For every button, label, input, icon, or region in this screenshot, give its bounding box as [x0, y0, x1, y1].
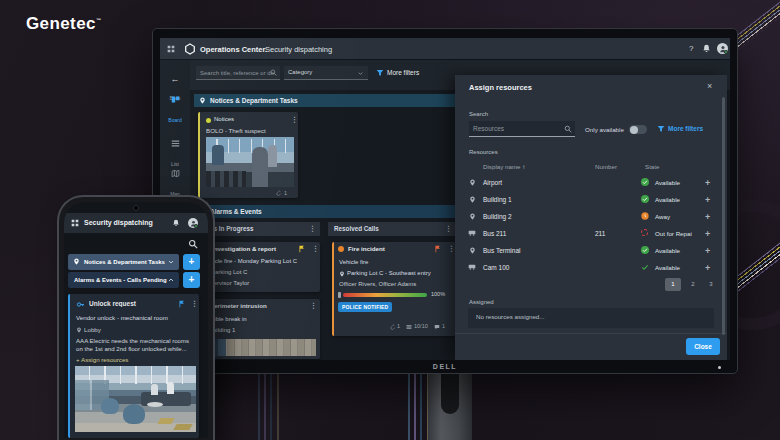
close-x-icon[interactable]: ×	[707, 81, 712, 91]
category-dropdown[interactable]: Category	[284, 66, 368, 80]
phone-app-title: Security dispatching	[84, 219, 153, 226]
card-location: Parking Lot C	[211, 269, 311, 275]
card-title: Unlock request	[89, 300, 179, 307]
app-switcher-icon[interactable]	[167, 45, 175, 53]
app-switcher-icon[interactable]	[71, 219, 79, 227]
help-button[interactable]: ?	[689, 44, 693, 53]
add-resource-button[interactable]: +	[705, 179, 710, 188]
resource-row-airport[interactable]: Airport Available +	[455, 175, 721, 192]
resource-row-building1[interactable]: Building 1 Available +	[455, 192, 721, 209]
column-collapse-button[interactable]: ⋮	[309, 225, 316, 232]
resource-row-cam100[interactable]: Cam 100 Available +	[455, 260, 721, 277]
notifications-bell-icon[interactable]	[172, 219, 180, 227]
dialog-scrollbar[interactable]	[722, 97, 725, 335]
attachment-count: 1	[284, 190, 287, 196]
paperclip-icon	[276, 190, 282, 196]
column-label: Display name	[483, 163, 521, 170]
more-filters-button[interactable]: More filters	[387, 69, 419, 76]
phone-alarms-section-bar[interactable]: Alarms & Events - Calls Pending	[68, 272, 179, 288]
phone-notices-section-bar[interactable]: Notices & Department Tasks	[68, 254, 179, 270]
priority-flag-icon[interactable]	[298, 245, 306, 253]
progress-handle[interactable]	[338, 292, 341, 298]
column-title: Resolved Calls	[334, 225, 379, 232]
chevron-down-icon	[357, 70, 364, 77]
card-menu-button[interactable]: ⋮	[291, 116, 298, 123]
checklist-count: 10/10	[414, 323, 428, 329]
only-available-label: Only available	[585, 126, 624, 133]
page-button-3[interactable]: 3	[703, 278, 719, 291]
column-state[interactable]: State	[645, 163, 659, 170]
comment-icon	[434, 324, 440, 330]
column-number[interactable]: Number	[595, 163, 617, 170]
resource-row-bus211[interactable]: Bus 211 211 Out for Repai +	[455, 226, 721, 243]
list-icon	[171, 139, 180, 148]
card-subject: Vehicle fire	[339, 259, 449, 265]
search-input[interactable]	[196, 66, 280, 80]
resource-row-bus-terminal[interactable]: Bus Terminal Available +	[455, 243, 721, 260]
card-description: AAA Electric needs the mechanical rooms …	[76, 337, 197, 352]
state-repair-icon	[641, 229, 648, 236]
user-avatar[interactable]	[188, 218, 198, 228]
notifications-bell-icon[interactable]	[702, 44, 711, 53]
card-title: Investigation & report	[212, 245, 296, 252]
dialog-more-filters-button[interactable]: More filters	[668, 125, 703, 132]
sidebar-item-board[interactable]: Board	[160, 90, 190, 126]
add-resource-button[interactable]: +	[705, 213, 710, 222]
priority-flag-icon[interactable]	[434, 245, 442, 253]
priority-flag-icon[interactable]	[178, 300, 186, 308]
card-assignee: Supervisor Taylor	[203, 280, 313, 286]
card-menu-button[interactable]: ⋮	[310, 302, 317, 309]
add-resource-button[interactable]: +	[705, 230, 710, 239]
notice-card-bolo[interactable]: Notices ⋮ BOLO - Theft suspect 1	[198, 112, 298, 198]
assign-resources-dialog: Assign resources × Search Only available…	[455, 75, 727, 360]
board-icon	[171, 95, 180, 104]
resources-search-input[interactable]	[469, 121, 575, 137]
add-resource-button[interactable]: +	[705, 196, 710, 205]
page-button-1[interactable]: 1	[665, 278, 681, 291]
card-menu-button[interactable]: ⋮	[191, 300, 198, 307]
assign-resources-link[interactable]: + Assign resources	[76, 356, 128, 363]
search-icon[interactable]	[188, 239, 198, 249]
add-call-button[interactable]: +	[183, 272, 200, 288]
state-text: Available	[655, 264, 680, 271]
card-location: Lobby	[84, 326, 184, 333]
notice-thumbnail	[206, 137, 294, 187]
toggle-knob	[630, 126, 638, 134]
call-card-unlock[interactable]: Unlock request ⋮ Vendor unlock - mechani…	[68, 294, 199, 438]
online-status-dot	[724, 50, 728, 54]
coffee-table-shape	[147, 402, 163, 407]
operations-center-logo-icon	[184, 43, 196, 55]
page-button-2[interactable]: 2	[685, 278, 701, 291]
notice-title: BOLO - Theft suspect	[206, 127, 296, 134]
card-subject: Vehicle fire - Monday Parking Lot C	[203, 258, 317, 264]
resource-row-building2[interactable]: Building 2 Away +	[455, 209, 721, 226]
column-display-name[interactable]: Display name ↑	[483, 163, 525, 170]
progress-value: 100%	[431, 291, 445, 297]
user-avatar[interactable]	[717, 43, 728, 54]
call-card-fire[interactable]: Fire incident ⋮ Vehicle fire Parking Lot…	[332, 242, 456, 336]
card-officers: Officer Rivers, Officer Adams	[339, 281, 451, 287]
column-resolved-calls[interactable]: Resolved Calls ⋮	[328, 222, 456, 236]
card-menu-button[interactable]: ⋮	[448, 245, 455, 252]
checklist-icon	[406, 324, 412, 330]
only-available-toggle[interactable]	[629, 125, 647, 134]
chevron-up-icon	[167, 276, 175, 284]
marketing-scene: Genetec™ DELL Operations Center. Securit…	[0, 0, 780, 440]
category-value: Category	[288, 69, 312, 75]
add-notice-button[interactable]: +	[183, 254, 200, 270]
dialog-footer-divider	[455, 333, 727, 334]
fire-incident-icon	[338, 246, 344, 252]
resource-name: Building 1	[483, 196, 512, 203]
add-resource-button[interactable]: +	[705, 247, 710, 256]
state-text: Available	[655, 196, 680, 203]
section-title: Alarms & Events - Calls Pending	[74, 277, 167, 283]
card-menu-button[interactable]: ⋮	[312, 245, 319, 252]
vehicle-icon	[468, 229, 476, 237]
search-icon	[564, 125, 572, 133]
add-resource-button[interactable]: +	[705, 264, 710, 273]
column-collapse-button[interactable]: ⋮	[445, 225, 452, 232]
card-subject: Possible break in	[201, 316, 311, 322]
app-topbar: Operations Center. Security dispatching …	[160, 38, 730, 60]
close-button[interactable]: Close	[686, 338, 720, 355]
second-person-shape	[268, 145, 277, 167]
